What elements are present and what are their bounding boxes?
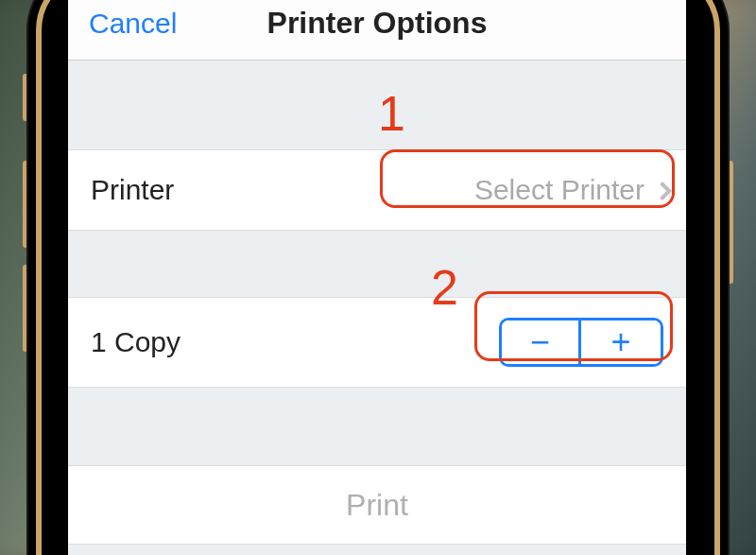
select-printer-value: Select Printer — [474, 174, 644, 206]
select-printer-button[interactable]: Select Printer — [474, 174, 669, 206]
copies-row: 1 Copy − + — [68, 297, 686, 388]
copies-row-label: 1 Copy — [91, 326, 180, 358]
screen: Cancel Printer Options Printer Select Pr… — [68, 0, 686, 555]
copies-increment-button[interactable]: + — [581, 321, 661, 364]
annotation-marker-1: 1 — [378, 85, 405, 142]
print-button-label: Print — [346, 488, 408, 523]
print-row[interactable]: Print — [68, 465, 686, 545]
cancel-button[interactable]: Cancel — [89, 8, 177, 40]
copies-decrement-button[interactable]: − — [502, 321, 581, 364]
annotation-marker-2: 2 — [431, 259, 458, 316]
page-title: Printer Options — [267, 6, 488, 41]
copies-stepper: − + — [499, 318, 663, 367]
printer-row[interactable]: Printer Select Printer — [68, 149, 686, 231]
chevron-right-icon — [653, 182, 672, 200]
printer-row-label: Printer — [91, 174, 174, 206]
navbar: Cancel Printer Options — [68, 0, 686, 61]
